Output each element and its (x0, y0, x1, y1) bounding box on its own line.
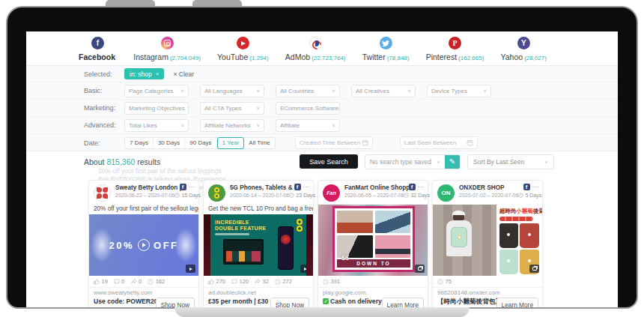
tab-admob[interactable]: AdMob(22,723,764) (285, 37, 346, 68)
stats-row: 391 (318, 276, 428, 287)
creative-text: 後背包 (533, 208, 542, 214)
advanced-label: Advanced: (84, 121, 124, 129)
dropdown-all-countries[interactable]: All Countries∨ (276, 85, 340, 97)
chevron-down-icon: ∨ (332, 88, 335, 93)
more-icon[interactable]: ⋯ (418, 185, 425, 190)
calendar-icon (467, 139, 473, 146)
date-30-days[interactable]: 30 Days (154, 138, 185, 148)
tab-count: (162,665) (458, 55, 484, 61)
stats-row: 75 (433, 276, 542, 287)
more-icon[interactable]: ⋯ (303, 185, 310, 190)
tab-facebook[interactable]: f Facebook (79, 37, 117, 68)
dropdown-page-categories[interactable]: Page Categories∨ (124, 85, 189, 97)
tv-graphic (223, 239, 264, 265)
ee-logo-icon (297, 219, 303, 232)
days-running: 15 Days (181, 193, 201, 198)
play-icon[interactable] (138, 239, 150, 251)
ad-headline: £35 per month | £30 upfront | ... (208, 298, 277, 305)
pencil-icon: ✎ (449, 157, 455, 166)
clock-icon (275, 279, 281, 285)
clock-icon (518, 193, 523, 198)
more-icon[interactable]: ⋯ (189, 185, 195, 190)
selected-filter-chip[interactable]: in: shop× (124, 68, 164, 79)
chip-close-icon[interactable]: × (156, 70, 160, 77)
cta-button[interactable]: Learn More (382, 298, 424, 307)
ad-domain[interactable]: 986208148.onxder.com (437, 289, 538, 296)
ad-creative[interactable]: 20% OFF (89, 214, 198, 276)
yahoo-icon: Y (517, 37, 530, 49)
admob-icon (309, 37, 322, 49)
page-name[interactable]: Sweaty Betty London | Wom... (115, 184, 186, 191)
cta-button[interactable]: Shop Now (270, 298, 309, 307)
days-running: 5 Days (525, 193, 541, 198)
page-name[interactable]: FanMart Online Shopping - F... (344, 184, 415, 191)
dropdown-ecommerce-softwares[interactable]: ECommerce Softwares∨ (276, 102, 340, 115)
clock-icon (404, 193, 409, 198)
dropdown-affiliate-networks[interactable]: Affiliate Networks∨ (200, 119, 264, 132)
ad-creative[interactable]: 超時尚小雛菊後背包 (433, 205, 542, 276)
ad-card-list: Sweaty Betty London | Wom... f⋯ 2020-06-… (88, 180, 543, 307)
dropdown-affiliate[interactable]: Affiliate∨ (276, 119, 340, 132)
ad-card: Fan FanMart Online Shopping - F... f⋯ 20… (318, 180, 428, 307)
tab-yahoo[interactable]: Y Yahoo(28,027) (501, 37, 547, 68)
sort-dropdown[interactable]: Sort By Last Seen∨ (467, 154, 554, 169)
creative-text: 小雛菊 (516, 208, 533, 214)
ad-domain[interactable]: www.sweatybetty.com (94, 289, 194, 296)
date-90-days[interactable]: 90 Days (185, 138, 216, 148)
ad-card: ON ONXDER SHOP f⋯ 2020-07-02 – 2020-07-0… (432, 180, 543, 307)
ad-creative[interactable]: $5 DOWN TO (318, 205, 428, 276)
ad-subtext: Shop Now (94, 307, 162, 308)
dropdown-all-creatives[interactable]: All Creatives∨ (351, 85, 416, 97)
facebook-icon: f (409, 184, 416, 190)
date-7-days[interactable]: 7 Days (125, 138, 154, 148)
filter-panel: Selected: in: shop× × Clear Basic: Page … (26, 66, 618, 151)
dropdown-total-likes[interactable]: Total Likes∨ (124, 119, 189, 132)
tab-count: (22,723,764) (312, 55, 345, 61)
date-all-time[interactable]: All Time (244, 138, 274, 148)
created-time-input[interactable]: Created Time Between (295, 136, 373, 149)
dropdown-marketing-objectives[interactable]: Marketing Objectives∨ (124, 102, 189, 115)
more-icon[interactable]: ⋯ (532, 185, 539, 190)
last-seen-input[interactable]: Last Seen Between (400, 136, 478, 149)
save-search-button[interactable]: Save Search (300, 154, 358, 169)
avatar (208, 184, 225, 202)
date-1-year[interactable]: 1 Year (217, 137, 245, 149)
ad-domain[interactable]: ad.doubleclick.net (208, 289, 309, 296)
dropdown-all-languages[interactable]: All Languages∨ (200, 85, 264, 97)
dropdown-cta-types[interactable]: All CTA Types∨ (200, 102, 264, 115)
youtube-icon (237, 37, 249, 49)
avatar (94, 184, 111, 202)
facebook-icon: f (294, 184, 301, 190)
chevron-down-icon: ∨ (256, 106, 260, 110)
clock-icon (174, 193, 180, 198)
cta-button[interactable]: Shop Now (156, 298, 195, 307)
ad-domain[interactable]: play.google.com (323, 289, 423, 296)
ad-creative[interactable]: INCREDIBLE DOUBLE FEATURE (204, 214, 313, 276)
ad-card: Sweaty Betty London | Wom... f⋯ 2020-06-… (88, 180, 199, 307)
tab-instagram[interactable]: Instagram(2,704,049) (133, 37, 201, 68)
saved-search-dropdown[interactable]: No search type saved∨ ✎ (365, 154, 461, 169)
edit-saved-search-button[interactable]: ✎ (445, 155, 460, 169)
page-name[interactable]: ONXDER SHOP (459, 184, 529, 191)
tab-youtube[interactable]: YouTube(1,294) (217, 37, 269, 68)
creative-text: OFF (154, 240, 179, 251)
chevron-down-icon: ∨ (187, 106, 189, 110)
results-count: 815,360 (106, 157, 135, 166)
cta-button[interactable]: Learn More (496, 298, 538, 307)
ad-card: 5G Phones, Tablets & SIMs | ... f⋯ 2020-… (203, 180, 314, 307)
price-badge: $5 (341, 254, 349, 262)
page-name[interactable]: 5G Phones, Tablets & SIMs | ... (230, 184, 300, 191)
dropdown-device-types[interactable]: Device Types∨ (427, 85, 491, 97)
clear-filters-link[interactable]: × Clear (173, 70, 194, 78)
tab-twitter[interactable]: Twitter(78,848) (362, 37, 410, 68)
chevron-down-icon: ∨ (483, 88, 487, 93)
model-photo (433, 205, 496, 276)
creative-frame: $5 DOWN TO (332, 206, 415, 272)
network-tabbar: f Facebook Instagram(2,704,049) YouTube(… (26, 31, 618, 66)
device-base (174, 307, 470, 317)
basic-label: Basic: (84, 87, 124, 94)
tab-pinterest[interactable]: P Pinterest(162,665) (426, 37, 484, 68)
tab-count: (28,027) (524, 55, 547, 61)
ad-text: 20% off your first pair of the sellout l… (89, 205, 198, 214)
like-icon (208, 279, 214, 285)
